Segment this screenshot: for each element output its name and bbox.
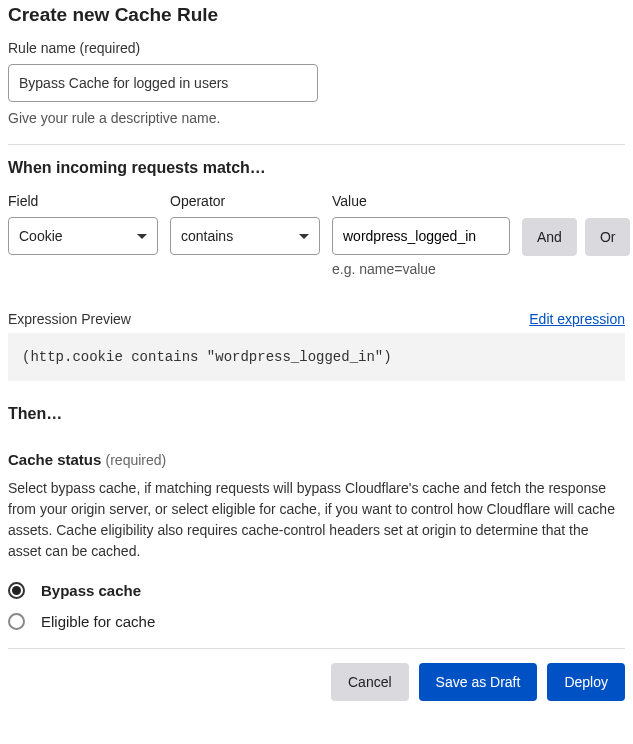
- match-row: Field Cookie Operator contains Value e.g…: [8, 193, 625, 277]
- value-label: Value: [332, 193, 510, 209]
- rule-name-section: Rule name (required) Give your rule a de…: [8, 40, 625, 126]
- or-button[interactable]: Or: [585, 218, 631, 256]
- page-title: Create new Cache Rule: [8, 4, 625, 26]
- deploy-button[interactable]: Deploy: [547, 663, 625, 701]
- radio-eligible-label: Eligible for cache: [41, 613, 155, 630]
- edit-expression-link[interactable]: Edit expression: [529, 311, 625, 327]
- cache-status-label: Cache status: [8, 451, 101, 468]
- value-column: Value e.g. name=value: [332, 193, 510, 277]
- field-select-value: Cookie: [19, 228, 63, 244]
- radio-dot-icon: [12, 586, 21, 595]
- operator-select-value: contains: [181, 228, 233, 244]
- divider: [8, 144, 625, 145]
- cache-status-required: (required): [106, 452, 167, 468]
- cache-status-description: Select bypass cache, if matching request…: [8, 478, 625, 562]
- save-draft-button[interactable]: Save as Draft: [419, 663, 538, 701]
- expression-preview-box: (http.cookie contains "wordpress_logged_…: [8, 333, 625, 381]
- divider: [8, 648, 625, 649]
- radio-icon-selected: [8, 582, 25, 599]
- radio-bypass-cache[interactable]: Bypass cache: [8, 582, 625, 599]
- expression-preview-header: Expression Preview Edit expression: [8, 311, 625, 327]
- footer-actions: Cancel Save as Draft Deploy: [8, 663, 625, 707]
- rule-name-hint: Give your rule a descriptive name.: [8, 110, 625, 126]
- match-section-title: When incoming requests match…: [8, 159, 625, 177]
- logic-buttons: And Or: [522, 193, 630, 256]
- expression-preview-label: Expression Preview: [8, 311, 131, 327]
- field-column: Field Cookie: [8, 193, 158, 255]
- value-input[interactable]: [332, 217, 510, 255]
- operator-select[interactable]: contains: [170, 217, 320, 255]
- and-button[interactable]: And: [522, 218, 577, 256]
- cancel-button[interactable]: Cancel: [331, 663, 409, 701]
- rule-name-label: Rule name (required): [8, 40, 625, 56]
- chevron-down-icon: [299, 234, 309, 239]
- field-select[interactable]: Cookie: [8, 217, 158, 255]
- radio-icon-unselected: [8, 613, 25, 630]
- rule-name-input[interactable]: [8, 64, 318, 102]
- radio-bypass-label: Bypass cache: [41, 582, 141, 599]
- then-title: Then…: [8, 405, 625, 423]
- value-hint: e.g. name=value: [332, 261, 510, 277]
- field-label: Field: [8, 193, 158, 209]
- radio-eligible-cache[interactable]: Eligible for cache: [8, 613, 625, 630]
- operator-column: Operator contains: [170, 193, 320, 255]
- cache-status-heading: Cache status (required): [8, 451, 625, 468]
- operator-label: Operator: [170, 193, 320, 209]
- chevron-down-icon: [137, 234, 147, 239]
